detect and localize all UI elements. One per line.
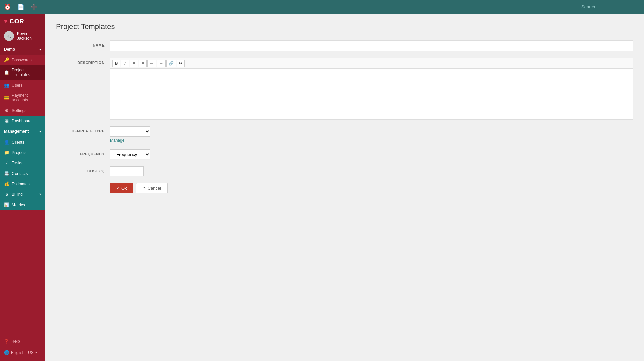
management-section-header[interactable]: Management ▾	[0, 126, 45, 137]
name-field	[110, 40, 633, 51]
page-title: Project Templates	[56, 22, 633, 31]
clock-icon[interactable]: ⏰	[4, 4, 11, 11]
sidebar-item-settings[interactable]: ⚙ Settings	[0, 105, 45, 116]
description-field: B I ≡ ≡ ← → 🔗 ✂	[110, 58, 633, 120]
sidebar-item-project-templates[interactable]: 📋 Project Templates	[0, 65, 45, 80]
sidebar-item-label: Payment accounts	[12, 93, 41, 102]
search-input[interactable]	[579, 4, 640, 10]
sidebar-item-metrics[interactable]: 📊 Metrics	[0, 200, 45, 210]
ordered-list-button[interactable]: ≡	[130, 60, 138, 67]
lang-label: English - US	[11, 350, 34, 355]
demo-section: Demo ▾ 🔑 Passwords 📋 Project Templates 👥…	[0, 44, 45, 116]
outdent-button[interactable]: ←	[147, 60, 156, 67]
button-row: ✓ Ok ↺ Cancel	[110, 183, 633, 193]
sidebar-item-help[interactable]: ❓ Help	[0, 336, 45, 347]
sidebar-item-label: Tasks	[12, 161, 41, 166]
indent-button[interactable]: →	[157, 60, 166, 67]
name-label: NAME	[56, 40, 110, 47]
user-area[interactable]: KJ Kevin Jackson	[0, 28, 45, 44]
globe-icon: 🌐	[4, 350, 9, 355]
sidebar-item-dashboard[interactable]: ▦ Dashboard	[0, 116, 45, 126]
manage-link[interactable]: Manage	[110, 138, 633, 143]
name-input[interactable]	[110, 40, 633, 51]
cost-row: COST ($)	[56, 166, 633, 176]
main-content: Project Templates NAME DESCRIPTION B I ≡…	[45, 14, 644, 361]
demo-label: Demo	[4, 47, 15, 52]
sidebar-item-users[interactable]: 👥 Users	[0, 80, 45, 90]
frequency-label: FREQUENCY	[56, 149, 110, 156]
template-type-label: TEMPLATE TYPE	[56, 126, 110, 133]
logo-area: ♥ COR	[0, 14, 45, 28]
sidebar-item-label: Metrics	[12, 203, 41, 207]
sidebar-item-label: Clients	[12, 140, 41, 145]
logo-heart-icon: ♥	[4, 18, 8, 25]
description-editor[interactable]	[110, 69, 633, 119]
sidebar-item-label: Projects	[12, 150, 41, 155]
frequency-row: FREQUENCY - Frequency -	[56, 149, 633, 159]
users-icon: 👥	[4, 83, 9, 88]
cost-label: COST ($)	[56, 166, 110, 173]
frequency-field: - Frequency -	[110, 149, 633, 159]
management-label: Management	[4, 129, 29, 134]
user-name: Kevin Jackson	[17, 31, 41, 41]
management-chevron-icon: ▾	[39, 130, 41, 133]
contacts-icon: 📇	[4, 171, 9, 176]
sidebar-item-label: Estimates	[12, 182, 41, 186]
cost-field	[110, 166, 633, 176]
language-selector[interactable]: 🌐 English - US ▾	[0, 347, 45, 358]
sidebar-item-label: Billing	[12, 192, 37, 197]
cancel-button[interactable]: ↺ Cancel	[136, 183, 168, 193]
tasks-icon: ✓	[4, 160, 9, 166]
link-button[interactable]: 🔗	[166, 60, 176, 67]
topbar: ⏰ 📄 ➕	[0, 0, 644, 14]
billing-chevron-icon: ▾	[39, 192, 41, 196]
demo-section-header[interactable]: Demo ▾	[0, 44, 45, 55]
sidebar-item-clients[interactable]: 👤 Clients	[0, 137, 45, 147]
editor-toolbar: B I ≡ ≡ ← → 🔗 ✂	[110, 58, 633, 69]
sidebar-item-label: Contacts	[12, 171, 41, 176]
estimates-icon: 💰	[4, 181, 9, 186]
cost-input[interactable]	[110, 166, 144, 176]
help-icon: ❓	[4, 339, 9, 344]
sidebar-item-billing[interactable]: $ Billing ▾	[0, 189, 45, 200]
clients-icon: 👤	[4, 140, 9, 145]
sidebar-item-estimates[interactable]: 💰 Estimates	[0, 179, 45, 189]
projects-icon: 📁	[4, 150, 9, 155]
sidebar-item-label: Passwords	[12, 58, 41, 62]
description-row: DESCRIPTION B I ≡ ≡ ← → 🔗 ✂	[56, 58, 633, 120]
plus-icon[interactable]: ➕	[30, 4, 37, 11]
sidebar-item-label: Dashboard	[12, 119, 41, 123]
file-icon[interactable]: 📄	[17, 4, 24, 11]
ok-label: Ok	[121, 186, 127, 191]
sidebar-item-projects[interactable]: 📁 Projects	[0, 147, 45, 158]
help-label: Help	[11, 339, 20, 344]
sidebar-item-contacts[interactable]: 📇 Contacts	[0, 168, 45, 179]
ok-button[interactable]: ✓ Ok	[110, 183, 133, 193]
payment-accounts-icon: 💳	[4, 95, 9, 100]
bold-button[interactable]: B	[112, 60, 120, 67]
passwords-icon: 🔑	[4, 57, 9, 62]
ok-icon: ✓	[116, 186, 120, 191]
sidebar-item-payment-accounts[interactable]: 💳 Payment accounts	[0, 90, 45, 105]
template-type-field: Manage	[110, 126, 633, 143]
italic-button[interactable]: I	[121, 60, 129, 67]
lang-chevron-icon: ▾	[35, 351, 37, 354]
sidebar-item-label: Settings	[12, 108, 41, 113]
unlink-button[interactable]: ✂	[177, 60, 185, 67]
cancel-label: Cancel	[148, 186, 161, 191]
description-label: DESCRIPTION	[56, 58, 110, 65]
sidebar-item-label: Users	[12, 83, 41, 88]
cancel-icon: ↺	[142, 186, 146, 191]
sidebar-item-tasks[interactable]: ✓ Tasks	[0, 158, 45, 168]
project-templates-icon: 📋	[4, 70, 9, 75]
unordered-list-button[interactable]: ≡	[139, 60, 147, 67]
dashboard-icon: ▦	[4, 118, 9, 123]
sidebar-bottom: ❓ Help 🌐 English - US ▾	[0, 334, 45, 361]
frequency-select[interactable]: - Frequency -	[110, 149, 150, 159]
metrics-icon: 📊	[4, 202, 9, 207]
demo-chevron-icon: ▾	[39, 48, 41, 51]
sidebar: ♥ COR KJ Kevin Jackson Demo ▾ 🔑 Password…	[0, 14, 45, 361]
template-type-select[interactable]	[110, 126, 150, 137]
sidebar-item-label: Project Templates	[12, 68, 41, 77]
sidebar-item-passwords[interactable]: 🔑 Passwords	[0, 55, 45, 65]
